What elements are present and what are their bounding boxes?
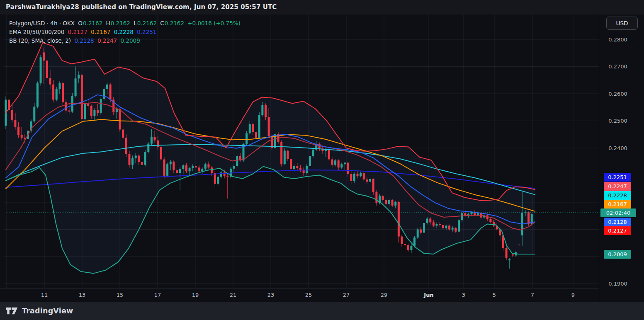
candle-body bbox=[93, 110, 95, 116]
bb-upper-value: 0.2247 bbox=[97, 37, 117, 44]
candle-body bbox=[201, 169, 203, 172]
time-tick-label[interactable]: 21 bbox=[230, 292, 237, 298]
footer-brand-text[interactable]: TradingView bbox=[22, 307, 73, 315]
candle-body bbox=[398, 202, 400, 237]
tradingview-logo-icon[interactable] bbox=[6, 307, 18, 315]
time-tick-label[interactable]: 9 bbox=[571, 292, 575, 298]
candle-body bbox=[122, 129, 124, 138]
candle-body bbox=[290, 159, 292, 169]
candle-body bbox=[407, 245, 409, 250]
candle-body bbox=[268, 117, 270, 136]
price-tick-label[interactable]: 0.2600 bbox=[608, 91, 627, 97]
close-value: 0.2162 bbox=[165, 20, 184, 27]
candle-body bbox=[423, 223, 425, 233]
candle-body bbox=[236, 156, 238, 166]
candle-body bbox=[382, 196, 384, 200]
low-label: L bbox=[134, 20, 137, 27]
candle-body bbox=[157, 141, 159, 147]
candlestick-chart-canvas[interactable]: 0.28000.27000.26000.25000.24000.23000.22… bbox=[0, 0, 644, 320]
candle-body bbox=[306, 166, 308, 173]
price-axis-badge: 0.2009 bbox=[604, 250, 631, 259]
candle-body bbox=[426, 218, 428, 223]
candle-body bbox=[360, 173, 362, 176]
price-tick-label[interactable]: 0.2700 bbox=[608, 63, 627, 70]
candle-body bbox=[233, 166, 235, 169]
candle-body bbox=[401, 237, 403, 244]
legend-bb-row[interactable]: BB (20, SMA, close, 2) 0.2128 0.2247 0.2… bbox=[9, 36, 242, 45]
candle-body bbox=[452, 228, 454, 230]
candle-body bbox=[226, 176, 228, 177]
candle-body bbox=[287, 151, 289, 159]
candle-body bbox=[328, 150, 330, 160]
price-axis-badge: 0.2127 bbox=[604, 226, 631, 235]
bb-basis-value: 0.2128 bbox=[74, 37, 94, 44]
candle-body bbox=[119, 109, 121, 130]
candle-body bbox=[131, 158, 134, 165]
candle-body bbox=[284, 151, 286, 164]
price-tick-label[interactable]: 0.2800 bbox=[608, 36, 627, 43]
candle-body bbox=[255, 132, 257, 138]
time-tick-label[interactable]: 23 bbox=[267, 292, 275, 298]
time-tick-label[interactable]: 27 bbox=[343, 292, 350, 298]
time-axis-divider bbox=[0, 288, 599, 288]
time-tick-label[interactable]: Jun bbox=[423, 292, 433, 298]
candle-body bbox=[192, 166, 194, 168]
price-axis-divider bbox=[599, 15, 599, 302]
candle-body bbox=[461, 213, 463, 220]
candle-body bbox=[394, 202, 396, 206]
price-axis-badge: 0.2128 bbox=[604, 218, 631, 226]
candle-body bbox=[512, 255, 514, 256]
high-value: 0.2162 bbox=[111, 20, 130, 27]
candle-body bbox=[312, 150, 314, 156]
time-tick-label[interactable]: 15 bbox=[117, 292, 124, 298]
candle-body bbox=[151, 137, 153, 144]
candle-body bbox=[505, 248, 508, 258]
candle-body bbox=[90, 106, 92, 116]
candle-body bbox=[217, 177, 219, 184]
candle-body bbox=[353, 174, 355, 181]
price-tick-label[interactable]: 0.1900 bbox=[608, 281, 627, 287]
currency-toggle-button[interactable]: USD bbox=[606, 17, 638, 30]
legend-ema-row[interactable]: EMA 20/50/100/200 0.2127 0.2167 0.2228 0… bbox=[9, 28, 242, 36]
time-tick-label[interactable]: 5 bbox=[493, 292, 496, 298]
time-tick-label[interactable]: 17 bbox=[154, 292, 161, 298]
candle-body bbox=[252, 124, 254, 132]
legend-symbol-row[interactable]: Polygon/USD · 4h · OKX O0.2162 H0.2162 L… bbox=[9, 19, 242, 28]
time-tick-label[interactable]: 25 bbox=[305, 292, 312, 298]
bb-title: BB (20, SMA, close, 2) bbox=[9, 37, 71, 44]
candle-body bbox=[303, 170, 305, 173]
time-tick-label[interactable]: 3 bbox=[462, 292, 465, 298]
time-tick-label[interactable]: 11 bbox=[41, 292, 48, 298]
candle-body bbox=[17, 127, 19, 135]
candle-body bbox=[518, 245, 520, 245]
candle-body bbox=[436, 224, 438, 225]
candle-body bbox=[103, 89, 105, 99]
time-tick-label[interactable]: 13 bbox=[79, 292, 86, 298]
candle-body bbox=[14, 120, 16, 127]
ema20-value: 0.2127 bbox=[68, 29, 87, 35]
time-tick-label[interactable]: 29 bbox=[381, 292, 388, 298]
price-tick-label[interactable]: 0.2400 bbox=[608, 145, 627, 151]
candle-body bbox=[166, 164, 168, 176]
time-tick-label[interactable]: 19 bbox=[192, 292, 199, 298]
time-tick-label[interactable]: 7 bbox=[531, 292, 534, 298]
candle-body bbox=[135, 155, 137, 158]
close-label: C bbox=[160, 20, 164, 27]
candle-body bbox=[100, 99, 102, 113]
candle-body bbox=[49, 78, 51, 85]
candle-body bbox=[331, 160, 333, 165]
candle-body bbox=[249, 124, 251, 133]
candle-body bbox=[448, 225, 450, 229]
price-tick-label[interactable]: 0.2500 bbox=[608, 118, 627, 124]
candle-body bbox=[388, 200, 390, 204]
candle-body bbox=[214, 173, 216, 184]
candle-body bbox=[141, 162, 143, 165]
candle-body bbox=[417, 230, 419, 238]
candle-body bbox=[170, 162, 172, 165]
ema-title: EMA 20/50/100/200 bbox=[9, 29, 64, 35]
candle-body bbox=[58, 83, 61, 89]
candle-body bbox=[439, 224, 441, 225]
candle-body bbox=[147, 144, 149, 152]
ema200-value: 0.2251 bbox=[137, 29, 156, 35]
candle-body bbox=[265, 105, 267, 117]
